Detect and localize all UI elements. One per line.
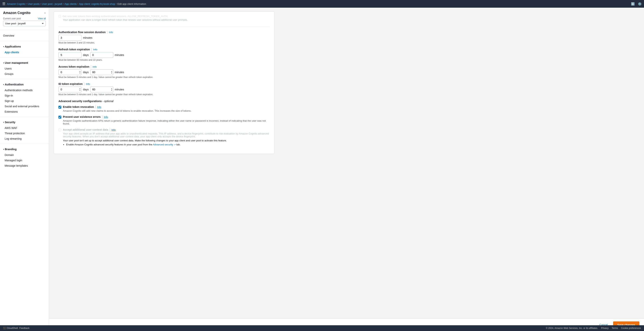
sidebar-pool-text: Current user pool — [3, 17, 21, 20]
sidebar-item-users[interactable]: Users — [0, 66, 49, 71]
field-label-text-access: Access token expiration — [58, 65, 89, 68]
info-link-access[interactable]: Info — [91, 65, 97, 68]
refresh-token-days-input[interactable] — [58, 52, 82, 58]
access-token-minutes-input[interactable] — [90, 69, 113, 75]
id-token-minutes-input[interactable] — [90, 87, 113, 92]
sidebar-item-auth-methods[interactable]: Authentication methods — [0, 87, 49, 93]
sidebar-item-social-providers[interactable]: Social and external providers — [0, 104, 49, 109]
sidebar-section-header-branding[interactable]: ▾ Branding — [3, 148, 46, 151]
faded-checkbox-text: Get new user tokens from existing authen… — [58, 15, 270, 21]
sidebar-divider-5 — [0, 144, 49, 144]
field-label-refresh-token: Refresh token expiration Info — [58, 48, 270, 51]
sidebar-item-aws-waf[interactable]: AWS WAF — [0, 125, 49, 131]
sidebar-pool-select[interactable]: User pool - jscyw8 — [3, 21, 46, 26]
sidebar-section-branding: ▾ Branding — [0, 146, 49, 152]
privacy-link[interactable]: Privacy — [601, 327, 608, 330]
sidebar-view-all-link[interactable]: View all — [38, 17, 46, 20]
info-icon[interactable]: ℹ️ — [631, 2, 635, 6]
field-auth-flow-session: Authentication flow session duration Inf… — [58, 31, 270, 44]
info-link-refresh[interactable]: Info — [92, 48, 97, 51]
cookies-link[interactable]: Cookie preferences — [621, 327, 641, 330]
main-layout: Amazon Cognito ‹ Current user pool View … — [0, 8, 644, 331]
sidebar-section-header-user-management[interactable]: ▾ User management — [3, 61, 46, 64]
sidebar-section-header-applications[interactable]: ▾ Applications — [3, 45, 46, 48]
id-token-days-input[interactable] — [58, 87, 82, 92]
feedback-button[interactable]: Feedback — [19, 327, 30, 330]
settings-icon[interactable]: ⚙️ — [638, 2, 642, 6]
access-token-days-input[interactable] — [58, 69, 82, 75]
sidebar-collapse-button[interactable]: ‹ — [44, 11, 46, 15]
id-days-spinners: ▲ ▼ — [79, 88, 81, 91]
info-link-user-existence[interactable]: Info — [102, 115, 108, 118]
sidebar-divider-top — [0, 30, 49, 30]
enable-token-revocation-checkbox[interactable] — [58, 106, 61, 109]
info-link-token-revocation[interactable]: Info — [96, 105, 102, 108]
access-minutes-down-icon[interactable]: ▼ — [111, 72, 112, 74]
faded-desc: Your application can store a longer-live… — [63, 18, 270, 21]
advanced-security-link[interactable]: Advanced security ↗ — [153, 143, 176, 146]
field-refresh-token: Refresh token expiration Info days minut… — [58, 48, 270, 61]
context-data-desc: Your app client accepts an IP address th… — [63, 132, 270, 138]
breadcrumb-cognito[interactable]: Amazon Cognito — [7, 2, 25, 5]
info-link-id[interactable]: Info — [84, 82, 90, 85]
checkbox-group-context-data: Accept additional user context data Info… — [58, 128, 270, 146]
chevron-down-icon: ▾ — [3, 45, 4, 48]
sidebar-title: Amazon Cognito ‹ — [3, 11, 46, 15]
sidebar-item-extensions[interactable]: Extensions — [0, 109, 49, 114]
access-days-up-icon[interactable]: ▲ — [79, 71, 81, 72]
sidebar-item-sign-up[interactable]: Sign-up — [0, 98, 49, 104]
prevent-user-existence-checkbox[interactable] — [58, 116, 61, 119]
auth-flow-duration-input[interactable] — [58, 35, 82, 41]
content-area: Get new user tokens from existing authen… — [49, 8, 644, 331]
sidebar-item-managed-login[interactable]: Managed login — [0, 158, 49, 163]
copyright-text: © 2024, Amazon Web Services, Inc. or its… — [546, 327, 598, 330]
sidebar-item-threat-protection[interactable]: Threat protection — [0, 131, 49, 136]
info-link-context-data[interactable]: Info — [110, 128, 116, 131]
sidebar-section-header-authentication[interactable]: ▾ Authentication — [3, 83, 46, 86]
access-minutes-spinners: ▲ ▼ — [111, 71, 112, 74]
context-notice-text: Your user pool isn't set up to accept ad… — [63, 139, 270, 142]
id-minutes-up-icon[interactable]: ▲ — [111, 88, 112, 89]
sidebar-section-security-label: Security — [5, 121, 15, 124]
breadcrumb-userpools[interactable]: User pools — [28, 2, 40, 5]
advanced-section: Advanced security configurations - optio… — [58, 100, 270, 146]
breadcrumb-appclients[interactable]: App clients — [64, 2, 77, 5]
access-token-hint: Must be between 5 minutes and 1 day. Val… — [58, 76, 270, 78]
terms-link[interactable]: Terms — [612, 327, 618, 330]
id-days-down-icon[interactable]: ▼ — [79, 90, 81, 91]
sidebar-item-domain[interactable]: Domain — [0, 152, 49, 158]
sidebar-section-branding-label: Branding — [5, 148, 16, 151]
access-days-down-icon[interactable]: ▼ — [79, 72, 81, 74]
id-token-unit1: days — [83, 88, 89, 91]
sidebar-item-sign-in[interactable]: Sign-in — [0, 93, 49, 98]
hamburger-icon[interactable]: ☰ — [2, 2, 5, 6]
sidebar-section-header-security[interactable]: ▾ Security — [3, 121, 46, 124]
refresh-token-hint: Must be between 60 minutes and 10 years. — [58, 59, 270, 61]
sidebar-section-user-management-label: User management — [5, 61, 28, 64]
field-label-access-token: Access token expiration Info — [58, 65, 270, 68]
accept-additional-context-checkbox[interactable] — [58, 129, 61, 131]
sidebar-item-app-clients[interactable]: App clients — [0, 50, 49, 55]
refresh-token-unit1: days — [83, 53, 89, 56]
id-minutes-down-icon[interactable]: ▼ — [111, 90, 112, 91]
sidebar-item-message-templates[interactable]: Message templates — [0, 163, 49, 168]
field-access-token: Access token expiration Info ▲ ▼ days — [58, 65, 270, 78]
refresh-token-minutes-input[interactable] — [90, 52, 113, 58]
sidebar-item-log-streaming[interactable]: Log streaming — [0, 136, 49, 141]
sidebar-item-groups[interactable]: Groups — [0, 71, 49, 77]
top-nav: ☰ Amazon Cognito › User pools › User poo… — [0, 0, 644, 8]
breadcrumb-appclient[interactable]: App client: cognito-fcj-book-shop — [79, 2, 115, 5]
faded-checkbox — [58, 15, 61, 18]
breadcrumb-pool[interactable]: User pool - jscyw8 — [42, 2, 62, 5]
terminal-icon: ⬛ — [3, 327, 6, 330]
sidebar-section-security: ▾ Security — [0, 119, 49, 125]
cloudshell-button[interactable]: ⬛ CloudShell — [3, 327, 18, 330]
access-minutes-up-icon[interactable]: ▲ — [111, 71, 112, 72]
id-days-up-icon[interactable]: ▲ — [79, 88, 81, 89]
sidebar-item-overview[interactable]: Overview — [0, 32, 49, 39]
info-link-auth-flow[interactable]: Info — [107, 31, 113, 34]
sidebar-section-user-management: ▾ User management — [0, 60, 49, 66]
breadcrumb-current: Edit app client information — [118, 2, 146, 5]
field-label-id-token: ID token expiration Info — [58, 82, 270, 85]
context-list: Enable Amazon Cognito advanced security … — [66, 143, 270, 146]
